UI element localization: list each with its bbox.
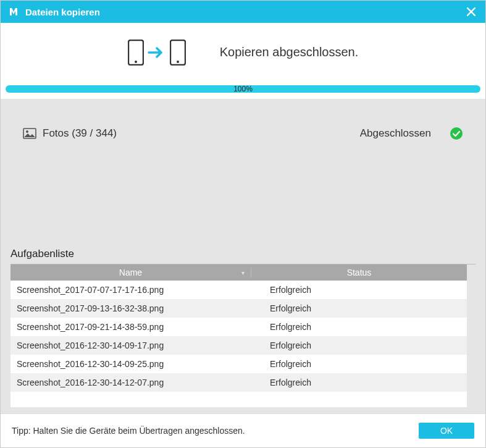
column-header-name[interactable]: Name ▾	[10, 268, 251, 277]
svg-point-5	[26, 130, 28, 133]
cell-status: Erfolgreich	[251, 378, 467, 387]
svg-point-6	[450, 127, 463, 140]
app-logo-icon	[8, 6, 19, 17]
tasklist-title: Aufgabenliste	[10, 244, 476, 264]
ok-button[interactable]: OK	[419, 423, 474, 439]
check-success-icon	[450, 127, 463, 140]
phone-target-icon	[170, 40, 186, 66]
transfer-icon	[128, 40, 186, 66]
cell-status: Erfolgreich	[251, 359, 467, 369]
close-button[interactable]	[464, 5, 478, 19]
status-area: Kopieren abgeschlossen.	[1, 23, 485, 82]
footer: Tipp: Halten Sie die Geräte beim Übertra…	[1, 413, 485, 447]
cell-name: Screenshot_2016-12-30-14-12-07.png	[10, 378, 251, 387]
titlebar-title: Dateien kopieren	[25, 7, 464, 17]
progress-percent: 100%	[233, 85, 253, 93]
table-header: Name ▾ Status	[10, 264, 467, 281]
titlebar: Dateien kopieren	[1, 1, 485, 23]
table-row: Screenshot_2016-12-30-14-09-17.png Erfol…	[10, 336, 467, 355]
table-row: Screenshot_2017-07-07-17-17-16.png Erfol…	[10, 281, 467, 299]
svg-point-3	[177, 61, 179, 63]
arrow-right-icon	[148, 46, 166, 59]
cell-name: Screenshot_2016-12-30-14-09-17.png	[10, 340, 251, 350]
phone-source-icon	[128, 40, 144, 66]
photos-icon	[23, 128, 36, 139]
cell-status: Erfolgreich	[251, 303, 467, 313]
summary-row-photos: Fotos (39 / 344) Abgeschlossen	[23, 127, 463, 140]
column-header-status-label: Status	[347, 268, 372, 277]
tasklist-panel: Aufgabenliste Name ▾ Status Screenshot_2…	[1, 244, 485, 413]
close-icon	[467, 7, 476, 16]
column-header-name-label: Name	[119, 268, 142, 277]
progress-area: 100%	[1, 82, 485, 99]
cell-name: Screenshot_2016-12-30-14-09-25.png	[10, 359, 251, 369]
cell-status: Erfolgreich	[251, 340, 467, 350]
svg-point-1	[135, 61, 137, 63]
table-row: Screenshot_2017-09-13-16-32-38.png Erfol…	[10, 299, 467, 318]
cell-name: Screenshot_2017-07-07-17-17-16.png	[10, 285, 251, 295]
table-row: Screenshot_2017-09-21-14-38-59.png Erfol…	[10, 318, 467, 336]
sort-indicator-icon: ▾	[241, 269, 245, 276]
cell-name: Screenshot_2017-09-13-16-32-38.png	[10, 303, 251, 313]
progress-bar: 100%	[6, 85, 480, 93]
column-header-status[interactable]: Status	[251, 268, 467, 277]
cell-status: Erfolgreich	[251, 285, 467, 295]
status-message: Kopieren abgeschlossen.	[220, 45, 359, 59]
tasklist-table: Name ▾ Status Screenshot_2017-07-07-17-1…	[10, 264, 476, 407]
table-row: Screenshot_2016-12-30-14-12-07.png Erfol…	[10, 373, 467, 392]
summary-panel: Fotos (39 / 344) Abgeschlossen	[1, 99, 485, 244]
footer-tip: Tipp: Halten Sie die Geräte beim Übertra…	[12, 426, 419, 436]
cell-name: Screenshot_2017-09-21-14-38-59.png	[10, 322, 251, 332]
cell-status: Erfolgreich	[251, 322, 467, 332]
summary-state-label: Abgeschlossen	[360, 127, 431, 140]
summary-category-label: Fotos (39 / 344)	[43, 127, 117, 140]
table-body: Screenshot_2017-07-07-17-17-16.png Erfol…	[10, 281, 467, 407]
table-row: Screenshot_2016-12-30-14-09-25.png Erfol…	[10, 355, 467, 373]
